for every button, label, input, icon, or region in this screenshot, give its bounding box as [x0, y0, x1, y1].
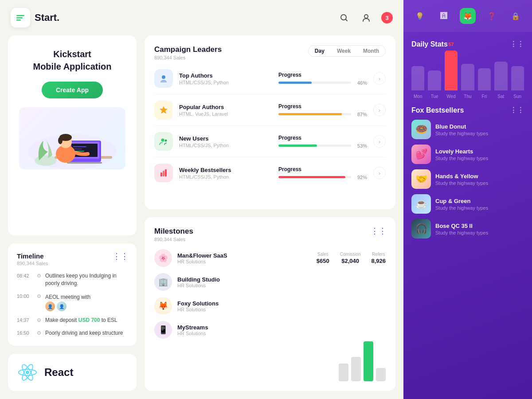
fox-bestsellers-title: Fox Bestsellers ⋮⋮	[411, 106, 524, 114]
list-item: 🎧 Bose QC 35 II Study the highway types	[411, 219, 524, 239]
list-item: 08:42 Outlines keep you Indulging in poo…	[17, 272, 128, 287]
popular-authors-arrow[interactable]: ›	[373, 104, 386, 116]
milestones-subtitle: 890,344 Sales	[154, 237, 386, 242]
search-icon[interactable]	[337, 11, 351, 25]
header-actions: 3	[337, 11, 393, 25]
mystreams-info: MyStreams HR Solutions	[177, 324, 386, 336]
middle-column: Campaign Leaders 890,344 Sales Day Week …	[145, 35, 395, 391]
panel-content: Daily Stats ⋮⋮ Mon Tue 57 Wed Thu	[403, 32, 532, 399]
panel-icon-alpha[interactable]: 🅰	[436, 8, 452, 24]
new-users-info: New Users HTML/CSS/JS, Python	[179, 135, 272, 148]
daily-stats-menu[interactable]: ⋮⋮	[510, 40, 524, 48]
cup-green-img: ☕	[411, 194, 431, 214]
svg-point-26	[161, 139, 164, 142]
new-users-arrow[interactable]: ›	[373, 135, 386, 148]
list-item: ☕ Cup & Green Study the highway types	[411, 194, 524, 214]
table-row: 🌸 Man&Flower SaaS HR Solutions Sales$650…	[154, 249, 386, 267]
kickstart-illustration	[19, 107, 125, 169]
milestones-rows: 🌸 Man&Flower SaaS HR Solutions Sales$650…	[154, 249, 386, 339]
milestones-card: Milestones 890,344 Sales ⋮⋮ 🌸 Man&Flower…	[145, 217, 395, 391]
list-item: 🤝 Hands & Yellow Study the highway types	[411, 169, 524, 189]
table-row: Weekly Bestsellers HTML/CSS/JS, Python P…	[154, 157, 386, 188]
lovely-hearts-info: Lovely Hearts Study the highway types	[435, 148, 524, 161]
new-users-progress: Progress 53%	[278, 135, 367, 149]
svg-line-4	[346, 20, 348, 21]
timeline-title: Timeline	[17, 252, 128, 260]
user-icon[interactable]	[359, 11, 373, 25]
react-banner: React	[8, 354, 137, 391]
table-row: 📱 MyStreams HR Solutions	[154, 321, 386, 339]
campaign-title: Campaign Leaders	[154, 45, 222, 54]
tab-month[interactable]: Month	[357, 46, 385, 56]
campaign-subtitle: 890,344 Sales	[154, 55, 222, 60]
svg-rect-2	[16, 20, 21, 21]
create-app-button[interactable]: Create App	[42, 82, 103, 98]
svg-point-7	[35, 155, 57, 166]
table-row: New Users HTML/CSS/JS, Python Progress 5…	[154, 126, 386, 157]
weekly-bestsellers-icon	[154, 164, 173, 182]
list-item: 10:00 AEOL meeting with 👤 👤	[17, 293, 128, 312]
list-item: 14:37 Make deposit USD 700 to ESL	[17, 317, 128, 324]
panel-icon-lock[interactable]: 🔒	[508, 8, 524, 24]
bose-qc-img: 🎧	[411, 219, 431, 239]
panel-icon-help[interactable]: ❓	[484, 8, 500, 24]
campaign-card: Campaign Leaders 890,344 Sales Day Week …	[145, 35, 395, 209]
bar-thu: Thu	[461, 64, 474, 99]
lovely-hearts-img: 💕	[411, 145, 431, 164]
notification-badge[interactable]: 3	[381, 12, 393, 23]
hands-yellow-info: Hands & Yellow Study the highway types	[435, 173, 524, 186]
svg-rect-28	[160, 172, 162, 176]
top-authors-progress: Progress 46%	[278, 72, 367, 86]
milestones-menu[interactable]: ⋮⋮	[371, 226, 387, 236]
campaign-header: Campaign Leaders 890,344 Sales Day Week …	[154, 45, 386, 60]
bar-mon: Mon	[411, 66, 424, 99]
svg-rect-12	[73, 146, 86, 147]
table-row: Popular Authors HTML, VueJS, Laravel Pro…	[154, 94, 386, 126]
list-item: 16:50 Poorly driving and keep structure	[17, 329, 128, 337]
top-authors-icon	[154, 69, 173, 88]
fox-menu[interactable]: ⋮⋮	[510, 106, 524, 114]
popular-authors-icon	[154, 101, 173, 119]
tab-week[interactable]: Week	[331, 46, 357, 56]
table-row: 🏢 Building Studio HR Solutions	[154, 273, 386, 291]
svg-rect-13	[73, 149, 82, 149]
blue-donut-info: Blue Donut Study the highway types	[435, 123, 524, 136]
logo-text: Start.	[35, 12, 59, 23]
table-row: 🦊 Foxy Solutions HR Solutions	[154, 297, 386, 315]
logo-icon	[11, 8, 30, 27]
bar-tue: Tue	[428, 70, 441, 99]
bose-qc-info: Bose QC 35 II Study the highway types	[435, 223, 524, 235]
table-row: Top Authors HTML/CSS/JS, Python Progress…	[154, 63, 386, 94]
top-authors-arrow[interactable]: ›	[373, 72, 386, 85]
content: Kickstart Mobile Application Create App	[0, 35, 403, 399]
campaign-tabs: Day Week Month	[308, 45, 386, 57]
svg-rect-0	[16, 15, 24, 16]
milestones-title: Milestones	[154, 227, 386, 236]
svg-point-24	[162, 75, 165, 79]
bar-wed: 57 Wed	[445, 51, 458, 99]
weekly-bestsellers-arrow[interactable]: ›	[373, 167, 386, 179]
timeline-menu[interactable]: ⋮⋮	[113, 251, 129, 261]
panel-icon-fox[interactable]: 🦊	[460, 8, 476, 24]
kickstart-title: Kickstart Mobile Application	[33, 48, 111, 73]
svg-point-5	[364, 15, 368, 18]
svg-marker-25	[160, 106, 168, 114]
man-flower-stats: Sales$650 Comission$2,040 Refers8,926	[317, 252, 386, 264]
react-icon	[17, 362, 38, 383]
panel-top-icons: 💡 🅰 🦊 ❓ 🔒	[403, 0, 532, 32]
tab-day[interactable]: Day	[309, 46, 331, 56]
avatar: 👤	[57, 301, 66, 311]
right-panel: 💡 🅰 🦊 ❓ 🔒 Daily Stats ⋮⋮ Mon Tue 57	[403, 0, 532, 399]
weekly-bestsellers-info: Weekly Bestsellers HTML/CSS/JS, Python	[179, 167, 272, 180]
milestones-header: Milestones 890,344 Sales ⋮⋮	[154, 227, 386, 242]
blue-donut-img: 🍩	[411, 120, 431, 139]
header: Start. 3	[0, 0, 403, 35]
new-users-icon	[154, 132, 173, 151]
popular-authors-progress: Progress 87%	[278, 103, 367, 117]
timeline-items: 08:42 Outlines keep you Indulging in poo…	[17, 272, 128, 337]
panel-icon-bulb[interactable]: 💡	[412, 8, 428, 24]
svg-rect-30	[165, 169, 167, 176]
svg-rect-29	[163, 171, 164, 176]
campaign-rows: Top Authors HTML/CSS/JS, Python Progress…	[154, 63, 386, 188]
cup-green-info: Cup & Green Study the highway types	[435, 198, 524, 211]
